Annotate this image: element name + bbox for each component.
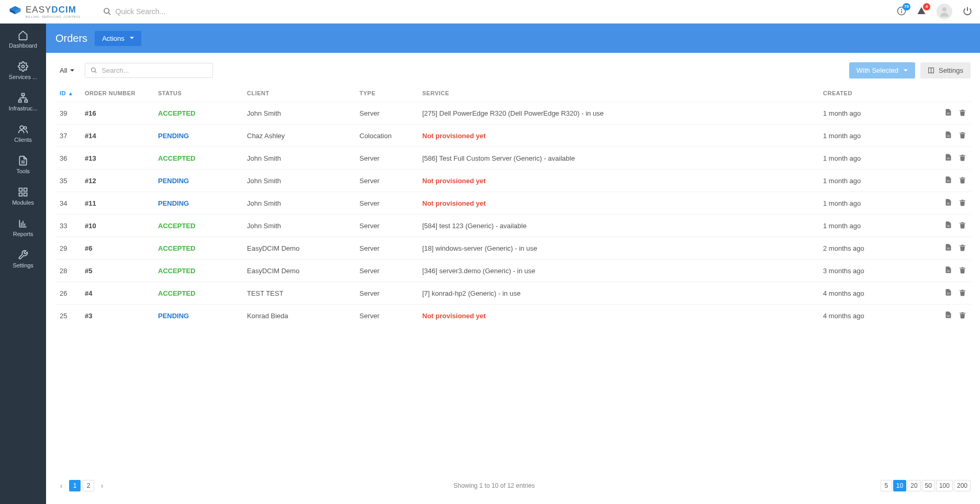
logo[interactable]: EASYDCIM BILLING. SERVICING. CONTROL. — [8, 4, 82, 19]
table-row[interactable]: 25 #3 PENDING Konrad Bieda Server Not pr… — [55, 305, 971, 327]
actions-dropdown[interactable]: Actions — [95, 31, 141, 46]
service-not-provisioned: Not provisioned yet — [422, 177, 486, 185]
logo-text: EASYDCIM BILLING. SERVICING. CONTROL. — [26, 5, 82, 18]
user-avatar[interactable] — [937, 4, 952, 19]
row-view-icon[interactable] — [944, 176, 952, 184]
cell-order-number: #11 — [81, 192, 154, 215]
row-delete-icon[interactable] — [959, 108, 966, 116]
chevron-down-icon — [904, 69, 908, 73]
svg-point-3 — [901, 8, 902, 9]
pagesize-50[interactable]: 50 — [922, 480, 935, 491]
row-view-icon[interactable] — [944, 266, 952, 274]
cell-type: Server — [355, 260, 418, 282]
table-row[interactable]: 35 #12 PENDING John Smith Server Not pro… — [55, 170, 971, 192]
table-row[interactable]: 29 #6 ACCEPTED EasyDCIM Demo Server [18]… — [55, 237, 971, 260]
cell-order-number: #12 — [81, 170, 154, 192]
page-1[interactable]: 1 — [69, 480, 81, 491]
row-delete-icon[interactable] — [959, 288, 966, 296]
row-view-icon[interactable] — [944, 221, 952, 229]
sidebar-item-home[interactable]: Dashboard — [0, 24, 46, 55]
sort-arrow-icon: ▲ — [68, 91, 73, 96]
sidebar-item-wrench[interactable]: Settings — [0, 243, 46, 275]
sidebar-item-label: Settings — [13, 262, 33, 268]
info-notifications[interactable]: 75 — [897, 6, 906, 17]
cell-id: 34 — [55, 192, 81, 215]
sidebar-item-chart[interactable]: Reports — [0, 212, 46, 243]
table-row[interactable]: 28 #5 ACCEPTED EasyDCIM Demo Server [346… — [55, 260, 971, 282]
row-view-icon[interactable] — [944, 198, 952, 206]
table-row[interactable]: 37 #14 PENDING Chaz Ashley Colocation No… — [55, 125, 971, 147]
sidebar-item-users[interactable]: Clients — [0, 118, 46, 149]
row-view-icon[interactable] — [944, 131, 952, 139]
quick-search-input[interactable] — [116, 7, 273, 16]
col-order-number[interactable]: ORDER NUMBER — [81, 85, 154, 102]
settings-button[interactable]: Settings — [920, 62, 971, 79]
page-prev[interactable]: ‹ — [55, 480, 67, 491]
cell-client: John Smith — [243, 215, 355, 237]
row-view-icon[interactable] — [944, 311, 952, 319]
cell-order-number: #14 — [81, 125, 154, 147]
svg-point-7 — [22, 65, 25, 68]
col-created[interactable]: CREATED — [819, 85, 934, 102]
cell-created: 1 month ago — [819, 125, 934, 147]
row-delete-icon[interactable] — [959, 221, 966, 229]
row-delete-icon[interactable] — [959, 198, 966, 206]
row-delete-icon[interactable] — [959, 311, 966, 319]
table-row[interactable]: 33 #10 ACCEPTED John Smith Server [584] … — [55, 215, 971, 237]
cell-status: ACCEPTED — [154, 282, 243, 305]
pagesize-100[interactable]: 100 — [936, 480, 953, 491]
table-search-input[interactable] — [102, 66, 207, 74]
grid-icon — [18, 187, 28, 197]
cell-created: 4 months ago — [819, 305, 934, 327]
cell-status: PENDING — [154, 170, 243, 192]
table-row[interactable]: 34 #11 PENDING John Smith Server Not pro… — [55, 192, 971, 215]
col-status[interactable]: STATUS — [154, 85, 243, 102]
row-delete-icon[interactable] — [959, 131, 966, 139]
col-type[interactable]: TYPE — [355, 85, 418, 102]
page-2[interactable]: 2 — [83, 480, 94, 491]
quick-search — [103, 7, 897, 16]
cell-type: Colocation — [355, 125, 418, 147]
chevron-down-icon — [130, 36, 134, 40]
cell-order-number: #5 — [81, 260, 154, 282]
pagesize-5[interactable]: 5 — [881, 480, 892, 491]
pagesize-20[interactable]: 20 — [907, 480, 920, 491]
sidebar-item-sitemap[interactable]: Infrastruc... — [0, 86, 46, 118]
row-delete-icon[interactable] — [959, 266, 966, 274]
row-view-icon[interactable] — [944, 153, 952, 161]
power-button[interactable] — [963, 6, 972, 17]
sidebar-item-gear[interactable]: Services ... — [0, 55, 46, 86]
sidebar-item-grid[interactable]: Modules — [0, 181, 46, 212]
cell-client: John Smith — [243, 102, 355, 125]
cell-created: 2 months ago — [819, 237, 934, 260]
page-title: Orders — [55, 32, 87, 44]
filter-dropdown[interactable]: All — [55, 63, 78, 77]
pagesize-10[interactable]: 10 — [893, 480, 906, 491]
cell-status: ACCEPTED — [154, 102, 243, 125]
table-row[interactable]: 39 #16 ACCEPTED John Smith Server [275] … — [55, 102, 971, 125]
row-delete-icon[interactable] — [959, 176, 966, 184]
top-header: EASYDCIM BILLING. SERVICING. CONTROL. 75… — [0, 0, 980, 24]
sidebar-item-file[interactable]: Tools — [0, 149, 46, 181]
content: All With Selected Settings ID▲ ORDER NUM… — [46, 53, 980, 504]
col-client[interactable]: CLIENT — [243, 85, 355, 102]
with-selected-button[interactable]: With Selected — [849, 62, 915, 79]
table-row[interactable]: 26 #4 ACCEPTED TEST TEST Server [7] konr… — [55, 282, 971, 305]
cell-created: 4 months ago — [819, 282, 934, 305]
cell-order-number: #16 — [81, 102, 154, 125]
row-delete-icon[interactable] — [959, 243, 966, 251]
row-view-icon[interactable] — [944, 243, 952, 251]
page-next[interactable]: › — [96, 480, 108, 491]
svg-point-15 — [20, 126, 24, 129]
pagesize-200[interactable]: 200 — [954, 480, 971, 491]
alert-notifications[interactable]: 4 — [917, 6, 926, 17]
cell-type: Server — [355, 170, 418, 192]
row-view-icon[interactable] — [944, 288, 952, 296]
table-row[interactable]: 36 #13 ACCEPTED John Smith Server [586] … — [55, 147, 971, 170]
showing-text: Showing 1 to 10 of 12 entries — [454, 482, 535, 489]
row-view-icon[interactable] — [944, 108, 952, 116]
row-delete-icon[interactable] — [959, 153, 966, 161]
col-id[interactable]: ID▲ — [55, 85, 81, 102]
svg-rect-9 — [19, 100, 21, 102]
col-service[interactable]: SERVICE — [418, 85, 819, 102]
